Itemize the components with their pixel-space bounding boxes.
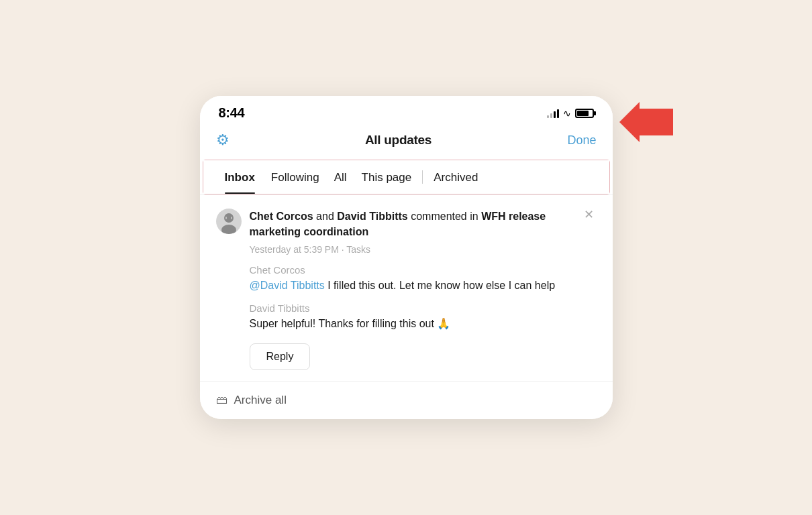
svg-marker-5 [619,102,673,142]
wifi-icon: ∿ [563,108,571,119]
header: ⚙ All updates Done [200,126,613,160]
tab-archived[interactable]: Archived [425,160,486,194]
battery-fill [577,111,589,116]
mention-1: @David Tibbitts [250,280,325,291]
close-button[interactable]: ✕ [581,209,597,221]
author2: David Tibbitts [337,211,408,222]
avatar [216,209,242,234]
tab-separator [422,170,423,184]
signal-bar-4 [557,109,559,118]
meta-context: Tasks [346,244,370,255]
status-bar: 8:44 ∿ [200,96,613,126]
notification-meta: Yesterday at 5:39 PM · Tasks [250,244,597,255]
archive-all-label: Archive all [234,394,287,407]
notification-title: Chet Corcos and David Tibbitts commented… [250,209,581,239]
phone-wrapper: 8:44 ∿ ⚙ All updates Done [200,96,613,419]
status-time: 8:44 [219,105,245,121]
comment-text-1: @David Tibbitts I filled this out. Let m… [250,278,597,293]
comments-section: Chet Corcos @David Tibbitts I filled thi… [250,264,597,370]
notification-and: and [316,211,337,222]
gear-icon[interactable]: ⚙ [216,131,230,149]
tab-inbox[interactable]: Inbox [217,160,263,194]
archive-icon: 🗃 [216,394,227,407]
arrow-indicator [619,102,673,145]
notification-left: Chet Corcos and David Tibbitts commented… [216,209,581,239]
signal-bar-3 [554,111,556,118]
status-icons: ∿ [547,108,594,119]
tabs-container: Inbox Following All This page Archived [203,160,610,194]
tabs: Inbox Following All This page Archived [203,160,609,194]
tab-following[interactable]: Following [263,160,327,194]
comment-body-1: I filled this out. Let me know how else … [325,280,555,291]
signal-bar-2 [550,113,552,118]
header-title: All updates [365,133,432,148]
signal-icon [547,109,559,118]
meta-dot: · [342,244,344,255]
svg-point-1 [224,213,234,223]
commenter-name-2: David Tibbitts [250,302,597,314]
notification-card: Chet Corcos and David Tibbitts commented… [200,194,613,381]
notification-text: Chet Corcos and David Tibbitts commented… [250,209,581,239]
signal-bar-1 [547,115,549,118]
archive-all-footer[interactable]: 🗃 Archive all [200,381,613,419]
notification-action: commented in [411,211,478,222]
author1: Chet Corcos [250,211,313,222]
commenter-name-1: Chet Corcos [250,264,597,276]
tab-thispage[interactable]: This page [354,160,420,194]
comment-text-2: Super helpful! Thanks for filling this o… [250,316,597,331]
tab-all[interactable]: All [327,160,354,194]
timestamp: Yesterday at 5:39 PM [250,244,339,255]
notification-header: Chet Corcos and David Tibbitts commented… [216,209,597,239]
reply-button[interactable]: Reply [250,343,311,370]
battery-icon [575,109,594,118]
phone-card: 8:44 ∿ ⚙ All updates Done [200,96,613,419]
done-button[interactable]: Done [567,133,596,148]
